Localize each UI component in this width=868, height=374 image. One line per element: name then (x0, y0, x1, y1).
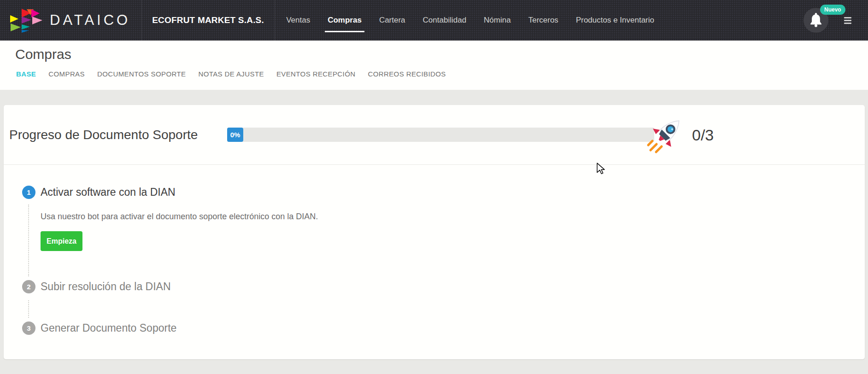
new-notification-badge[interactable]: Nuevo (820, 5, 845, 15)
nav-item-ventas[interactable]: Ventas (286, 0, 310, 41)
nav-item-nomina[interactable]: Nómina (484, 0, 511, 41)
dataico-logo-icon (9, 8, 42, 33)
step-1-description: Usa nuestro bot para activar el document… (41, 212, 318, 222)
tab-correos-recibidos[interactable]: CORREOS RECIBIDOS (368, 70, 446, 78)
bell-icon (808, 12, 824, 29)
step-connector (28, 205, 29, 276)
compras-page: { "navbar": { "brand": "DATAICO", "compa… (0, 0, 868, 374)
main-nav: Ventas Compras Cartera Contabilidad Nómi… (286, 0, 654, 41)
step-3-circle: 3 (22, 321, 35, 335)
page-header: Compras BASE COMPRAS DOCUMENTOS SOPORTE … (0, 41, 868, 90)
hamburger-menu-icon[interactable] (844, 17, 851, 24)
brand-name: DATAICO (50, 12, 130, 29)
brand[interactable]: DATAICO (0, 0, 141, 41)
page-title: Compras (15, 46, 868, 63)
tab-base[interactable]: BASE (16, 70, 36, 78)
notifications-button[interactable]: Nuevo (803, 8, 828, 33)
step-2-circle: 2 (22, 280, 35, 293)
empieza-button[interactable]: Empieza (41, 231, 82, 251)
nav-item-compras[interactable]: Compras (328, 0, 362, 41)
nav-item-productos-inventario[interactable]: Productos e Inventario (576, 0, 654, 41)
tab-documentos-soporte[interactable]: DOCUMENTOS SOPORTE (97, 70, 186, 78)
tab-notas-de-ajuste[interactable]: NOTAS DE AJUSTE (198, 70, 264, 78)
nav-item-terceros[interactable]: Terceros (528, 0, 558, 41)
progress-card: Progreso de Documento Soporte 0% 0/3 (4, 105, 865, 359)
step-1-title: Activar software con la DIAN (41, 186, 176, 199)
company-name[interactable]: ECOFRUT MARKET S.A.S. (142, 0, 275, 41)
step-3-title: Generar Documento Soporte (41, 321, 176, 335)
progress-bar: 0% (227, 128, 654, 142)
progress-section: Progreso de Documento Soporte 0% 0/3 (4, 105, 865, 165)
top-navbar: DATAICO ECOFRUT MARKET S.A.S. Ventas Com… (0, 0, 868, 41)
rocket-icon (645, 114, 686, 155)
step-connector (28, 300, 29, 318)
progress-count: 0/3 (692, 126, 714, 144)
section-tabs: BASE COMPRAS DOCUMENTOS SOPORTE NOTAS DE… (16, 70, 868, 78)
tab-compras[interactable]: COMPRAS (48, 70, 85, 78)
step-2-title: Subir resolución de la DIAN (41, 280, 171, 293)
progress-percent-badge: 0% (227, 128, 243, 142)
progress-title: Progreso de Documento Soporte (9, 128, 198, 142)
step-1-circle: 1 (22, 186, 35, 199)
nav-item-cartera[interactable]: Cartera (379, 0, 405, 41)
tab-eventos-recepcion[interactable]: EVENTOS RECEPCIÓN (276, 70, 356, 78)
nav-item-contabilidad[interactable]: Contabilidad (423, 0, 467, 41)
navbar-divider (275, 0, 275, 41)
navbar-right: Nuevo (803, 0, 868, 41)
